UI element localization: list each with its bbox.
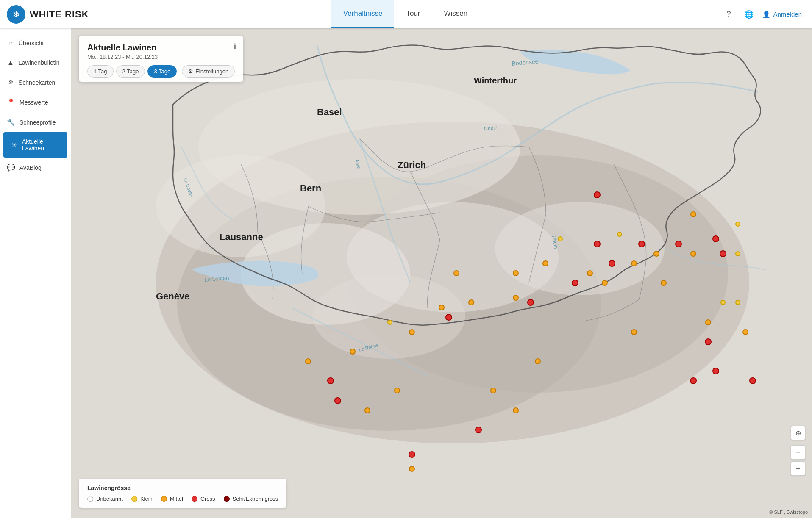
sidebar-icon-messwerte: 📍 (7, 98, 15, 106)
sidebar-label-lawinenbulletin: Lawinenbulletin (19, 59, 60, 66)
sidebar-item-schneekarten[interactable]: ❄Schneekarten (0, 72, 71, 92)
header-nav: VerhältnisseTourWissen (331, 0, 479, 28)
legend-label-extreme: Sehr/Extrem gross (233, 496, 278, 502)
svg-text:Genève: Genève (156, 291, 190, 302)
nav-item-verhaeltnisse[interactable]: Verhältnisse (331, 0, 395, 28)
legend-label-large: Gross (200, 496, 215, 502)
sidebar-label-avablog: AvaBlog (19, 164, 42, 171)
svg-point-7 (495, 202, 665, 295)
login-label: Anmelden (773, 11, 802, 18)
svg-text:Lausanne: Lausanne (220, 232, 263, 242)
settings-icon: ⚙ (188, 68, 193, 75)
sidebar: ⌂Übersicht▲Lawinenbulletin❄Schneekarten📍… (0, 28, 71, 518)
map-container[interactable]: Basel Zürich Winterthur Bern Lausanne Ge… (71, 28, 812, 518)
sidebar-icon-uebersicht: ⌂ (7, 39, 14, 47)
sidebar-item-lawinenbulletin[interactable]: ▲Lawinenbulletin (0, 53, 71, 72)
sidebar-icon-avablog: 💬 (7, 163, 15, 172)
header: ❄ WHITE RISK VerhältnisseTourWissen ? 🌐 … (0, 0, 812, 28)
legend-items: UnbekanntKleinMittelGrossSehr/Extrem gro… (87, 496, 278, 502)
user-icon: 👤 (762, 11, 770, 18)
sidebar-icon-lawinenbulletin: ▲ (7, 59, 14, 66)
sidebar-item-avablog[interactable]: 💬AvaBlog (0, 158, 71, 177)
logo-icon: ❄ (7, 5, 25, 24)
legend-title: Lawinengrösse (87, 485, 278, 491)
legend-dot-medium (161, 496, 167, 502)
settings-button[interactable]: ⚙ Einstellungen (182, 65, 235, 78)
legend-dot-extreme (224, 496, 230, 502)
zoom-out-button[interactable]: − (791, 461, 805, 476)
sidebar-icon-aktuelle-lawinen: ✳ (10, 141, 18, 149)
legend-item-medium: Mittel (161, 496, 183, 502)
svg-text:Bern: Bern (300, 183, 321, 194)
nav-item-tour[interactable]: Tour (394, 0, 432, 28)
sidebar-item-messwerte[interactable]: 📍Messwerte (0, 92, 71, 112)
tab-1tag[interactable]: 1 Tag (87, 65, 114, 78)
switzerland-map: Basel Zürich Winterthur Bern Lausanne Ge… (71, 28, 812, 518)
svg-text:Basel: Basel (317, 107, 342, 117)
locate-button[interactable]: ⊕ (791, 426, 805, 440)
panel-title: Aktuelle Lawinen (87, 43, 235, 53)
panel-date: Mo., 18.12.23 - Mi., 20.12.23 (87, 54, 235, 60)
sidebar-icon-schneekarten: ❄ (7, 78, 14, 86)
copyright: © SLF , Swisstopo (769, 510, 808, 515)
legend-item-unknown: Unbekannt (87, 496, 123, 502)
zoom-in-button[interactable]: + (791, 445, 805, 460)
sidebar-item-aktuelle-lawinen[interactable]: ✳Aktuelle Lawinen (3, 132, 67, 158)
logo-text: WHITE RISK (30, 9, 89, 20)
legend-dot-unknown (87, 496, 93, 502)
nav-item-wissen[interactable]: Wissen (432, 0, 479, 28)
legend-dot-small (131, 496, 137, 502)
legend: Lawinengrösse UnbekanntKleinMittelGrossS… (79, 479, 286, 508)
main-content: Basel Zürich Winterthur Bern Lausanne Ge… (71, 28, 812, 518)
tab-3tage[interactable]: 3 Tage (147, 65, 177, 78)
legend-item-small: Klein (131, 496, 153, 502)
legend-label-medium: Mittel (170, 496, 183, 502)
svg-text:Winterthur: Winterthur (474, 76, 517, 85)
info-icon[interactable]: ℹ (234, 42, 236, 51)
sidebar-item-schneeprofile[interactable]: 🔧Schneeprofile (0, 112, 71, 132)
header-right: ? 🌐 👤 Anmelden (722, 8, 812, 21)
sidebar-icon-schneeprofile: 🔧 (7, 118, 15, 126)
header-left: ❄ WHITE RISK (0, 5, 89, 24)
legend-item-extreme: Sehr/Extrem gross (224, 496, 278, 502)
tab-bar: 1 Tag2 Tage3 Tage ⚙ Einstellungen (87, 65, 235, 78)
settings-label: Einstellungen (195, 68, 228, 75)
globe-icon[interactable]: 🌐 (742, 8, 756, 21)
login-button[interactable]: 👤 Anmelden (762, 11, 802, 18)
info-panel: Aktuelle Lawinen Mo., 18.12.23 - Mi., 20… (79, 36, 243, 82)
tab-2tage[interactable]: 2 Tage (116, 65, 145, 78)
svg-point-8 (313, 274, 465, 359)
sidebar-label-schneeprofile: Schneeprofile (19, 119, 56, 126)
sidebar-label-schneekarten: Schneekarten (19, 79, 55, 86)
sidebar-label-uebersicht: Übersicht (19, 40, 44, 47)
svg-text:Zürich: Zürich (398, 160, 426, 170)
legend-dot-large (192, 496, 197, 502)
help-icon[interactable]: ? (722, 8, 735, 21)
legend-label-unknown: Unbekannt (96, 496, 123, 502)
sidebar-label-messwerte: Messwerte (19, 99, 48, 106)
legend-label-small: Klein (140, 496, 153, 502)
legend-item-large: Gross (192, 496, 215, 502)
sidebar-item-uebersicht[interactable]: ⌂Übersicht (0, 33, 71, 53)
sidebar-label-aktuelle-lawinen: Aktuelle Lawinen (22, 138, 61, 152)
map-controls: ⊕ + − (791, 426, 805, 476)
